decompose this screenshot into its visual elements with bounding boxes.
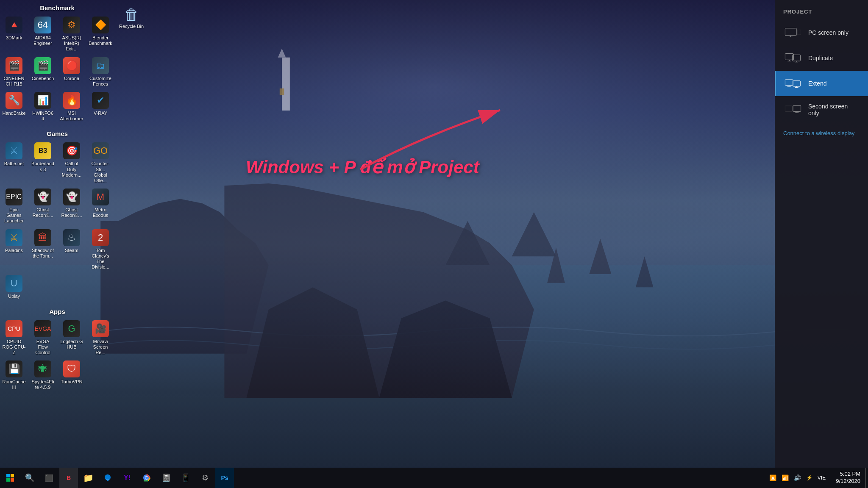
svg-point-33: [145, 477, 148, 479]
icon-hwinfo[interactable]: 📊 HWiNFO64: [29, 90, 56, 123]
project-option-extend[interactable]: Extend: [775, 71, 868, 96]
icon-steam[interactable]: ♨ Steam: [58, 227, 85, 272]
start-button[interactable]: [0, 468, 20, 488]
taskbar-bitdefender[interactable]: B: [59, 468, 78, 488]
icon-epic[interactable]: EPIC Epic Games Launcher: [0, 187, 28, 226]
benchmark-group-label: Benchmark: [4, 4, 110, 11]
project-option-pc-screen-only[interactable]: PC screen only: [775, 20, 868, 45]
icon-corona[interactable]: 🔴 Corona: [58, 55, 85, 89]
project-panel-title: PROJECT: [775, 0, 868, 20]
icon-3dmark[interactable]: 🔺 3DMark: [0, 15, 28, 54]
icon-label-metro: Metro Exodus: [89, 207, 112, 218]
icon-img-aida64: 64: [34, 17, 51, 33]
icon-handbrake[interactable]: 🔧 HandBrake: [0, 90, 28, 123]
icon-uplay[interactable]: U Uplay: [0, 273, 28, 301]
icon-label-aida64: AIDA64 Engineer: [31, 35, 55, 46]
taskbar-task-view[interactable]: ⬛: [40, 468, 58, 488]
icon-cinebench[interactable]: 🎬 CINEBENCH R15: [0, 55, 28, 89]
icon-img-blender: 🔶: [92, 17, 109, 33]
icon-csgo[interactable]: GO Counter-Str... Global Offe...: [87, 141, 114, 185]
icon-img-metro: M: [92, 189, 109, 205]
icon-img-movavi: 🎥: [92, 320, 109, 337]
wireless-display-link[interactable]: Connect to a wireless display: [775, 125, 868, 141]
icon-label-corona: Corona: [64, 76, 79, 81]
icon-img-cod: 🎯: [63, 142, 80, 159]
taskbar-photoshop[interactable]: Ps: [215, 468, 234, 488]
icon-customize[interactable]: 🗂 Customize Fences: [87, 55, 114, 89]
icon-asus[interactable]: ⚙ ASUS(R) Intel(R) Extr...: [58, 15, 85, 54]
icon-spyder[interactable]: 🕷 Spyder4Elite 4.5.9: [29, 359, 56, 392]
svg-rect-7: [785, 28, 796, 36]
icon-logitech[interactable]: G Logitech G HUB: [58, 319, 85, 358]
taskbar-search[interactable]: 🔍: [20, 468, 39, 488]
tray-language[interactable]: VIE: [816, 474, 827, 482]
taskbar-edge[interactable]: [98, 468, 117, 488]
taskbar-settings[interactable]: ⚙: [196, 468, 214, 488]
pc-screen-only-label: PC screen only: [808, 29, 849, 36]
icon-movavi[interactable]: 🎥 Movavi Screen Re...: [87, 319, 114, 358]
icon-aida64[interactable]: 64 AIDA64 Engineer: [29, 15, 56, 54]
icon-label-cinebench: CINEBENCH R15: [2, 76, 26, 87]
icon-img-msi: 🔥: [63, 92, 80, 109]
taskbar-chrome[interactable]: [137, 468, 156, 488]
icon-label-evga: EVGA Flow Control: [31, 339, 55, 356]
taskbar-file-explorer[interactable]: 📁: [79, 468, 97, 488]
icon-paladins[interactable]: ⚔ Paladins: [0, 227, 28, 272]
icon-battlenet[interactable]: ⚔ Battle.net: [0, 141, 28, 185]
icon-vray[interactable]: ✔ V-RAY: [87, 90, 114, 123]
icon-img-3dmark: 🔺: [6, 17, 22, 33]
icon-cpuid[interactable]: CPU CPUID ROG CPU-Z: [0, 319, 28, 358]
taskbar-pinned-icons: 🔍 ⬛ B 📁 Y!: [20, 468, 764, 488]
icon-shadow[interactable]: 🏛 Shadow of the Tom...: [29, 227, 56, 272]
icon-label-paladins: Paladins: [5, 248, 23, 253]
project-option-second-screen[interactable]: Second screen only: [775, 96, 868, 123]
icon-label-asus: ASUS(R) Intel(R) Extr...: [60, 35, 83, 52]
taskbar-clock[interactable]: 5:02 PM 9/12/2020: [831, 471, 865, 485]
edge-icon: [103, 474, 112, 482]
icon-evga[interactable]: EVGA EVGA Flow Control: [29, 319, 56, 358]
tray-volume[interactable]: 🔊: [792, 474, 803, 482]
tray-battery[interactable]: ⚡: [804, 474, 814, 482]
icon-label-tomclancy: Tom Clancy's The Divisio...: [89, 248, 112, 270]
show-desktop-button[interactable]: [865, 468, 868, 488]
taskbar-phone[interactable]: 📱: [176, 468, 195, 488]
pc-screen-only-icon: [785, 27, 801, 39]
icon-img-cinebench2: 🎬: [34, 57, 51, 74]
extend-label: Extend: [808, 80, 827, 87]
taskbar-onenote[interactable]: 📓: [157, 468, 175, 488]
icon-tomclancy[interactable]: 2 Tom Clancy's The Divisio...: [87, 227, 114, 272]
recycle-bin-icon[interactable]: 🗑 Recycle Bin: [114, 4, 148, 31]
svg-rect-29: [6, 478, 10, 482]
icon-img-asus: ⚙: [63, 17, 80, 33]
icon-label-logitech: Logitech G HUB: [60, 339, 83, 350]
desktop: Benchmark 🔺 3DMark 64 AIDA64 Engineer ⚙ …: [0, 0, 868, 488]
icon-turbo[interactable]: 🛡 TurboVPN: [58, 359, 85, 392]
icon-img-paladins: ⚔: [6, 229, 22, 246]
icon-cinebench2[interactable]: 🎬 Cinebench: [29, 55, 56, 89]
clock-time: 5:02 PM: [840, 471, 860, 478]
icon-metro[interactable]: M Metro Exodus: [87, 187, 114, 226]
icon-img-corona: 🔴: [63, 57, 80, 74]
icon-label-ghost2: Ghost Recon®...: [60, 207, 83, 218]
games-group: Games ⚔ Battle.net B3 Borderlands 3 🎯 Ca…: [4, 130, 110, 301]
games-group-label: Games: [4, 130, 110, 137]
icon-borderlands[interactable]: B3 Borderlands 3: [29, 141, 56, 185]
icon-img-cpuid: CPU: [6, 320, 22, 337]
clock-date: 9/12/2020: [836, 478, 860, 485]
icon-msi[interactable]: 🔥 MSI Afterburner: [58, 90, 85, 123]
icon-blender[interactable]: 🔶 Blender Benchmark: [87, 15, 114, 54]
tray-expand[interactable]: 🔼: [768, 474, 778, 482]
icon-ramcache[interactable]: 💾 RamCache III: [0, 359, 28, 392]
svg-rect-3: [282, 58, 290, 111]
icon-ghost2[interactable]: 👻 Ghost Recon®...: [58, 187, 85, 226]
icon-label-cod: Call of Duty Modern...: [60, 161, 83, 178]
svg-rect-17: [785, 80, 793, 85]
icon-label-steam: Steam: [65, 248, 78, 253]
icon-cod[interactable]: 🎯 Call of Duty Modern...: [58, 141, 85, 185]
icon-ghost1[interactable]: 👻 Ghost Recon®...: [29, 187, 56, 226]
project-option-duplicate[interactable]: Duplicate: [775, 45, 868, 71]
icon-img-logitech: G: [63, 320, 80, 337]
extend-icon: [785, 78, 801, 89]
taskbar-yahoo[interactable]: Y!: [118, 468, 136, 488]
tray-network[interactable]: 📶: [780, 474, 790, 482]
